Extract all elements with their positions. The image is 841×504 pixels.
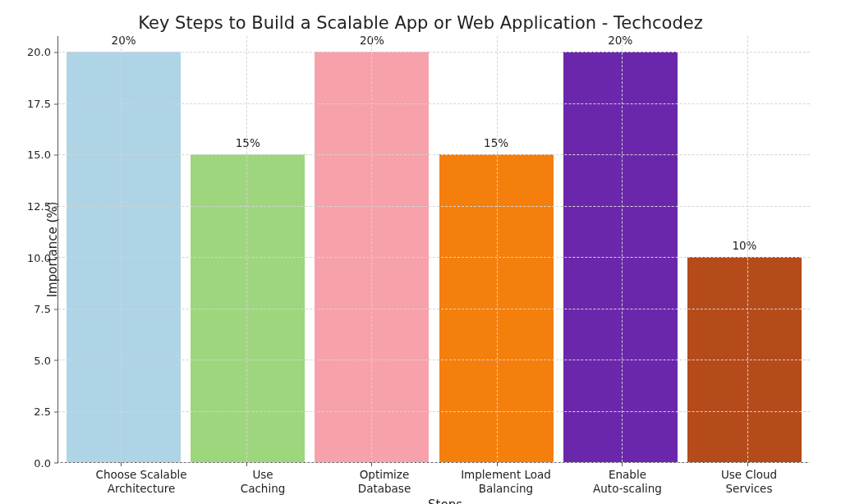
x-ticks: Choose ScalableArchitectureUseCachingOpt…: [80, 463, 810, 496]
y-axis: Importance (%) 0.02.55.07.510.012.515.01…: [20, 36, 57, 463]
y-tick-mark: [54, 463, 58, 464]
gridline-h: [58, 462, 810, 463]
x-tick-label: OptimizeDatabase: [324, 463, 445, 496]
bar-slot: 10%: [682, 36, 807, 462]
x-tick-label: Use CloudServices: [688, 463, 810, 496]
x-tick-label: Choose ScalableArchitecture: [80, 463, 202, 496]
y-ticks: 0.02.55.07.510.012.515.017.520.0: [20, 36, 51, 463]
y-tick-label: 20.0: [27, 46, 51, 58]
y-tick-label: 7.5: [34, 303, 51, 315]
x-tick-mark: [371, 462, 372, 466]
gridline-v: [497, 36, 498, 462]
x-tick-mark: [747, 462, 748, 466]
x-tick-label: EnableAuto-scaling: [567, 463, 688, 496]
x-tick-mark: [121, 462, 122, 466]
y-tick-mark: [54, 206, 58, 207]
y-tick-label: 17.5: [27, 97, 51, 109]
y-tick-mark: [54, 411, 58, 412]
bars-layer: 20%15%20%15%20%10%: [58, 36, 810, 462]
gridline-v: [246, 36, 247, 462]
y-tick-mark: [54, 360, 58, 361]
x-tick-mark: [497, 462, 498, 466]
x-tick-mark: [246, 462, 247, 466]
y-tick-label: 2.5: [34, 405, 51, 418]
plot-area: 20%15%20%15%20%10%: [57, 36, 810, 463]
y-tick-label: 10.0: [27, 251, 51, 263]
x-tick-mark: [622, 462, 623, 466]
gridline-v: [371, 36, 372, 462]
x-axis-label: Steps: [69, 497, 821, 504]
gridline-h: [58, 309, 810, 309]
gridline-v: [121, 36, 122, 462]
gridline-h: [58, 52, 810, 53]
y-tick-mark: [54, 155, 58, 156]
y-tick-label: 0.0: [34, 457, 51, 470]
y-tick-label: 15.0: [27, 149, 51, 161]
bar-slot: 20%: [62, 36, 186, 462]
bar-value-label: 20%: [608, 34, 632, 47]
gridline-h: [58, 154, 810, 155]
gridline-h: [58, 411, 810, 412]
gridline-h: [58, 257, 810, 258]
gridline-h: [58, 103, 810, 104]
x-tick-label: Implement LoadBalancing: [445, 463, 567, 496]
y-tick-mark: [54, 103, 58, 104]
y-tick-label: 5.0: [34, 354, 51, 366]
gridline-h: [58, 360, 810, 360]
gridline-v: [747, 36, 748, 462]
gridline-v: [622, 36, 623, 462]
gridline-h: [58, 206, 810, 207]
chart-title: Key Steps to Build a Scalable App or Web…: [20, 13, 821, 33]
y-tick-mark: [54, 53, 58, 53]
chart-container: Key Steps to Build a Scalable App or Web…: [0, 0, 841, 504]
bar-slot: 15%: [186, 36, 310, 462]
plot-row: Importance (%) 0.02.55.07.510.012.515.01…: [20, 36, 821, 463]
bar-value-label: 15%: [236, 136, 260, 149]
y-tick-mark: [54, 309, 58, 309]
y-tick-label: 12.5: [27, 200, 51, 213]
x-tick-label: UseCaching: [202, 463, 324, 496]
y-tick-mark: [54, 258, 58, 259]
bar-slot: 20%: [558, 36, 682, 462]
bar-value-label: 20%: [112, 34, 136, 47]
bar-value-label: 10%: [732, 239, 756, 252]
